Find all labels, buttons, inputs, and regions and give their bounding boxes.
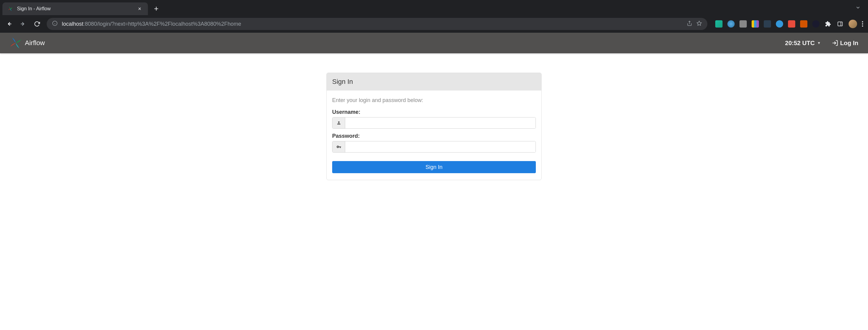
bookmark-icon[interactable] (696, 21, 702, 27)
address-bar[interactable]: localhost:8080/login/?next=http%3A%2F%2F… (47, 18, 707, 30)
extension-icon[interactable] (764, 20, 771, 28)
password-input[interactable] (345, 141, 535, 152)
caret-down-icon: ▼ (817, 41, 821, 45)
profile-avatar[interactable] (848, 20, 857, 28)
extension-icon[interactable] (727, 20, 735, 28)
extension-icon[interactable] (788, 20, 795, 28)
extensions-puzzle-icon[interactable] (824, 20, 832, 28)
header-time-dropdown[interactable]: 20:52 UTC ▼ (785, 40, 821, 46)
signin-panel: Sign In Enter your login and password be… (327, 73, 541, 180)
tab-favicon-icon (7, 6, 13, 12)
browser-tab[interactable]: Sign In - Airflow × (2, 2, 148, 15)
nav-bar: localhost:8080/login/?next=http%3A%2F%2F… (0, 15, 868, 33)
password-label: Password: (332, 133, 536, 139)
extension-icon[interactable] (776, 20, 783, 28)
tab-title: Sign In - Airflow (17, 6, 132, 11)
airflow-logo-icon (10, 37, 22, 49)
share-icon[interactable] (687, 21, 692, 27)
close-icon[interactable]: × (136, 5, 143, 13)
brand-text: Airflow (25, 39, 45, 47)
address-text: localhost:8080/login/?next=http%3A%2F%2F… (62, 21, 241, 27)
login-link-text: Log In (840, 40, 858, 46)
username-input[interactable] (345, 118, 535, 128)
svg-marker-6 (697, 21, 702, 26)
panel-body: Enter your login and password below: Use… (327, 91, 541, 180)
help-text: Enter your login and password below: (332, 97, 536, 103)
reload-button[interactable] (33, 20, 41, 28)
browser-chrome: Sign In - Airflow × + localhost:8080/log… (0, 0, 868, 33)
login-link[interactable]: Log In (832, 40, 858, 46)
extension-icons (715, 20, 863, 28)
extension-icon[interactable] (740, 20, 747, 28)
app-header: Airflow 20:52 UTC ▼ Log In (0, 33, 868, 53)
key-icon (333, 141, 345, 152)
app-brand[interactable]: Airflow (10, 37, 45, 49)
username-label: Username: (332, 109, 536, 116)
new-tab-button[interactable]: + (154, 4, 158, 13)
username-input-group (332, 117, 536, 129)
login-icon (832, 40, 838, 46)
user-icon (333, 118, 345, 128)
password-input-group (332, 141, 536, 153)
forward-button[interactable] (19, 20, 27, 28)
tab-bar: Sign In - Airflow × + (0, 0, 868, 15)
header-time-text: 20:52 UTC (785, 40, 815, 46)
browser-menu-icon[interactable] (862, 21, 863, 27)
extension-icon[interactable] (800, 20, 807, 28)
back-button[interactable] (5, 20, 13, 28)
panel-title: Sign In (327, 73, 541, 91)
site-info-icon[interactable] (52, 21, 58, 27)
chevron-down-icon[interactable] (855, 5, 861, 11)
extension-icon[interactable] (812, 20, 819, 28)
signin-button[interactable]: Sign In (332, 161, 536, 173)
panel-icon[interactable] (836, 20, 844, 28)
page-content: Sign In Enter your login and password be… (0, 53, 868, 180)
extension-icon[interactable] (715, 20, 722, 28)
extension-icon[interactable] (752, 20, 759, 28)
svg-rect-7 (838, 22, 842, 26)
